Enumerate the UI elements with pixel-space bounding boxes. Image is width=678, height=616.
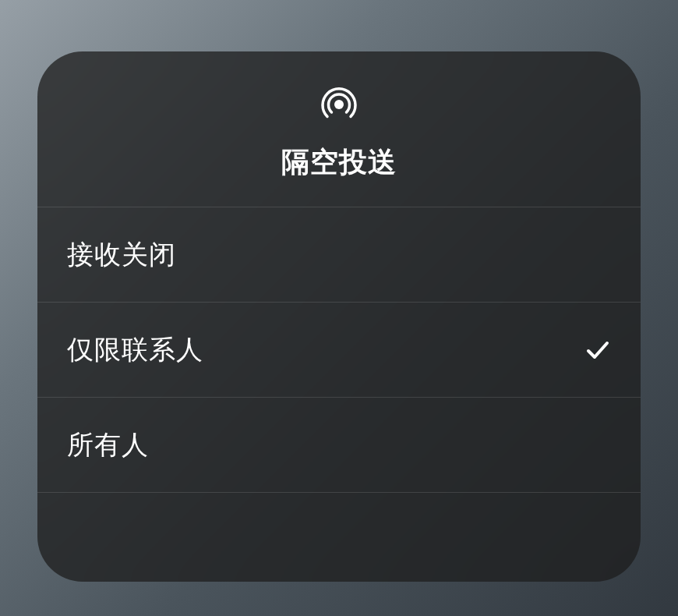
option-label: 所有人 [67,427,149,463]
airdrop-icon [317,83,361,129]
svg-point-0 [334,100,344,109]
option-everyone[interactable]: 所有人 [37,398,641,493]
checkmark-icon [584,337,611,363]
option-contacts-only[interactable]: 仅限联系人 [37,303,641,398]
option-receiving-off[interactable]: 接收关闭 [37,207,641,303]
panel-title: 隔空投送 [281,143,397,182]
option-label: 仅限联系人 [67,332,203,368]
option-label: 接收关闭 [67,237,176,273]
panel-header: 隔空投送 [37,51,641,207]
airdrop-panel: 隔空投送 接收关闭 仅限联系人 所有人 [37,51,641,582]
